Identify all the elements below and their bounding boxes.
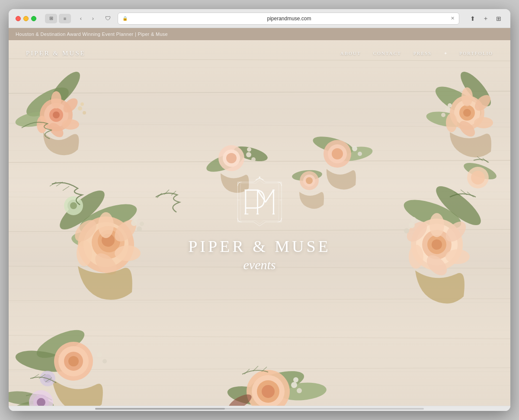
svg-point-97 [293,377,298,382]
share-button[interactable]: ⬆ [468,14,477,23]
grid-button[interactable]: ⊞ [494,14,503,23]
svg-point-23 [78,106,82,111]
browser-tabbar: Houston & Destination Award Winning Even… [9,28,510,40]
url-text: piperandmuse.com [130,16,448,22]
svg-point-24 [83,111,86,115]
browser-controls: ⊞ ≡ [45,14,71,23]
site-logo-text: PIPER & MUSE [26,50,86,57]
svg-point-94 [262,385,275,398]
svg-point-113 [358,152,362,156]
svg-point-55 [131,220,137,226]
maximize-button[interactable] [31,16,36,21]
browser-actions: ⬆ ＋ ⊞ [468,14,503,23]
svg-point-86 [404,228,409,233]
svg-point-49 [98,212,114,238]
svg-point-69 [103,359,107,363]
new-tab-button[interactable]: ＋ [481,14,490,23]
svg-point-39 [441,113,445,117]
svg-point-95 [291,382,297,388]
svg-point-17 [53,111,60,118]
monogram-container [231,174,288,230]
view-toggle[interactable]: ≡ [59,14,71,23]
scrollbar-thumb[interactable] [95,408,225,410]
nav-portfolio[interactable]: PORTFOLIO [459,51,493,56]
svg-point-111 [332,148,343,159]
scrollbar-track [95,408,424,410]
svg-point-78 [432,239,442,250]
shield-icon: 🛡 [103,14,112,23]
minimize-button[interactable] [23,16,29,21]
svg-point-37 [446,113,457,132]
svg-point-104 [246,152,251,157]
svg-point-116 [471,171,485,185]
svg-point-105 [251,157,256,162]
nav-links: ABOUT CONTACT PRESS ✦ PORTFOLIO [340,51,493,56]
svg-point-58 [140,222,144,226]
svg-point-103 [226,153,237,163]
svg-point-85 [409,222,415,228]
svg-point-32 [463,109,471,117]
svg-point-53 [77,240,92,266]
browser-window: ⊞ ≡ ‹ › 🛡 🔒 piperandmuse.com ✕ ⬆ ＋ ⊞ Hou… [9,9,510,411]
hero-background: PIPER & MUSE ABOUT CONTACT PRESS ✦ PORTF… [9,40,510,406]
traffic-lights [16,16,36,21]
page-tab-title: Houston & Destination Award Winning Even… [16,32,168,37]
svg-point-57 [133,215,138,220]
site-navigation: PIPER & MUSE ABOUT CONTACT PRESS ✦ PORTF… [9,40,510,66]
svg-point-20 [62,119,79,130]
browser-nav: ‹ › [76,14,98,23]
svg-point-112 [352,146,357,151]
svg-point-35 [474,117,493,128]
brand-name: PIPER & MUSE [188,237,331,256]
website-content: PIPER & MUSE ABOUT CONTACT PRESS ✦ PORTF… [9,40,510,406]
svg-point-67 [68,356,79,366]
clear-url-button[interactable]: ✕ [451,16,455,21]
nav-contact[interactable]: CONTACT [373,51,401,56]
nav-decorator: ✦ [444,51,447,56]
svg-point-25 [80,102,84,106]
nav-press[interactable]: PRESS [413,51,432,56]
svg-point-18 [51,91,61,108]
sidebar-toggle[interactable]: ⊞ [45,14,57,23]
svg-point-40 [448,103,452,108]
svg-point-106 [247,147,251,152]
back-button[interactable]: ‹ [76,14,86,23]
browser-scrollbar[interactable] [9,406,510,411]
address-bar[interactable]: 🔒 piperandmuse.com ✕ [118,13,459,25]
close-button[interactable] [16,16,21,21]
browser-titlebar: ⊞ ≡ ‹ › 🛡 🔒 piperandmuse.com ✕ ⬆ ＋ ⊞ [9,9,510,28]
svg-point-83 [409,245,423,269]
svg-point-61 [70,202,77,209]
site-logo[interactable]: PIPER & MUSE [26,49,86,57]
center-logo: PIPER & MUSE events [188,174,331,272]
svg-point-96 [297,388,302,393]
forward-button[interactable]: › [88,14,98,23]
svg-point-87 [411,217,416,222]
svg-point-68 [97,352,102,357]
svg-point-51 [115,245,141,261]
svg-point-33 [461,87,473,106]
svg-point-132 [259,176,260,178]
monogram-svg [234,176,285,228]
svg-point-56 [137,226,142,232]
svg-point-81 [445,249,470,264]
brand-sub: events [188,258,331,272]
svg-point-38 [445,107,450,112]
nav-about[interactable]: ABOUT [340,51,361,56]
svg-point-79 [429,213,444,237]
lock-icon: 🔒 [122,16,128,21]
